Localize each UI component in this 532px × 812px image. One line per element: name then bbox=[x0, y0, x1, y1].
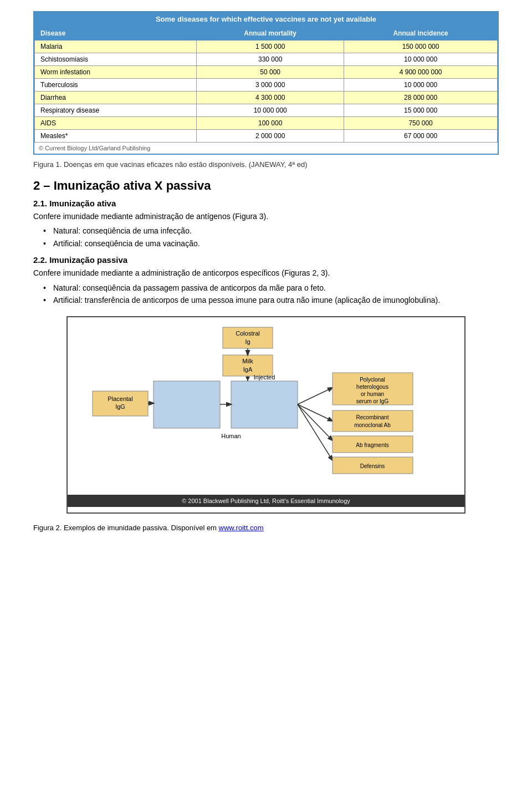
svg-text:IgG: IgG bbox=[115, 403, 125, 410]
table-cell-disease: Malaria bbox=[35, 40, 197, 53]
table-cell-incidence: 150 000 000 bbox=[344, 40, 498, 53]
svg-text:Recombinant: Recombinant bbox=[356, 414, 389, 420]
svg-text:serum or IgG: serum or IgG bbox=[356, 398, 389, 404]
table-container: Some diseases for which effective vaccin… bbox=[33, 11, 499, 155]
table-row: Measles*2 000 00067 000 000 bbox=[35, 130, 498, 143]
figure2-caption-text: Figura 2. Exemplos de imunidade passiva.… bbox=[33, 524, 219, 532]
col-header-mortality: Annual mortality bbox=[197, 27, 344, 40]
svg-rect-8 bbox=[231, 381, 298, 428]
svg-line-19 bbox=[298, 404, 332, 440]
figure2-link[interactable]: www.roitt.com bbox=[219, 524, 264, 532]
table-cell-mortality: 2 000 000 bbox=[197, 130, 344, 143]
figure2-footer: © 2001 Blackwell Publishing Ltd, Roitt's… bbox=[68, 495, 464, 507]
svg-text:Polyclonal: Polyclonal bbox=[360, 377, 385, 383]
table-cell-incidence: 750 000 bbox=[344, 117, 498, 130]
section21-heading: 2.1. Imunização ativa bbox=[33, 199, 499, 208]
table-cell-incidence: 28 000 000 bbox=[344, 92, 498, 104]
figure2-container: Colostral Ig Milk IgA Placental IgG Inje… bbox=[66, 316, 466, 514]
table-cell-mortality: 1 500 000 bbox=[197, 40, 344, 53]
svg-text:Human: Human bbox=[221, 433, 241, 439]
table-cell-incidence: 10 000 000 bbox=[344, 53, 498, 66]
table-cell-disease: Respiratory disease bbox=[35, 104, 197, 117]
table-cell-mortality: 100 000 bbox=[197, 117, 344, 130]
table-cell-disease: Schistosomiasis bbox=[35, 53, 197, 66]
col-header-incidence: Annual incidence bbox=[344, 27, 498, 40]
table-title: Some diseases for which effective vaccin… bbox=[34, 12, 498, 26]
table-row: Worm infestation50 0004 900 000 000 bbox=[35, 66, 498, 79]
table-copyright: © Current Biology Ltd/Garland Publishing bbox=[34, 143, 498, 154]
svg-marker-10 bbox=[245, 377, 250, 381]
table-row: Tuberculosis3 000 00010 000 000 bbox=[35, 79, 498, 92]
table-row: Diarrhea4 300 00028 000 000 bbox=[35, 92, 498, 104]
section21-bullets: Natural: conseqüência de uma infecção. A… bbox=[43, 225, 499, 250]
table-row: Respiratory disease10 000 00015 000 000 bbox=[35, 104, 498, 117]
table-cell-incidence: 4 900 000 000 bbox=[344, 66, 498, 79]
svg-text:Ab fragments: Ab fragments bbox=[356, 442, 388, 448]
svg-text:Colostral: Colostral bbox=[236, 330, 259, 337]
svg-text:or human: or human bbox=[361, 391, 384, 397]
table-row: AIDS100 000750 000 bbox=[35, 117, 498, 130]
table-cell-disease: Diarrhea bbox=[35, 92, 197, 104]
table-cell-mortality: 10 000 000 bbox=[197, 104, 344, 117]
table-cell-disease: Measles* bbox=[35, 130, 197, 143]
table-cell-mortality: 50 000 bbox=[197, 66, 344, 79]
table-cell-disease: Worm infestation bbox=[35, 66, 197, 79]
svg-text:IgA: IgA bbox=[243, 366, 253, 373]
svg-text:Placental: Placental bbox=[108, 395, 132, 402]
table-cell-disease: Tuberculosis bbox=[35, 79, 197, 92]
section2-heading: 2 – Imunização ativa X passiva bbox=[33, 179, 499, 193]
table-row: Malaria1 500 000150 000 000 bbox=[35, 40, 498, 53]
table-cell-disease: AIDS bbox=[35, 117, 197, 130]
bullet-natural-passive: Natural: conseqüência da passagem passiv… bbox=[43, 282, 499, 294]
svg-rect-26 bbox=[332, 410, 413, 432]
table-row: Schistosomiasis330 00010 000 000 bbox=[35, 53, 498, 66]
svg-line-17 bbox=[298, 388, 332, 404]
bullet-artificial-active: Artificial: conseqüência de uma vacinaçã… bbox=[43, 237, 499, 250]
svg-text:Defensins: Defensins bbox=[360, 463, 385, 469]
section22-text: Confere imunidade mediante a administraç… bbox=[33, 267, 499, 279]
table-cell-mortality: 4 300 000 bbox=[197, 92, 344, 104]
section21-text: Confere imunidade mediante administração… bbox=[33, 210, 499, 222]
table-cell-incidence: 15 000 000 bbox=[344, 104, 498, 117]
svg-rect-7 bbox=[154, 381, 220, 428]
table-cell-mortality: 3 000 000 bbox=[197, 79, 344, 92]
figure1-caption: Figura 1. Doenças em que vacinas eficaze… bbox=[33, 160, 499, 169]
svg-text:Injected: Injected bbox=[254, 374, 275, 380]
col-header-disease: Disease bbox=[35, 27, 197, 40]
svg-text:Milk: Milk bbox=[242, 358, 253, 364]
bullet-artificial-passive: Artificial: transferência de anticorpos … bbox=[43, 294, 499, 306]
table-cell-mortality: 330 000 bbox=[197, 53, 344, 66]
svg-text:Ig: Ig bbox=[245, 338, 250, 345]
disease-table: Disease Annual mortality Annual incidenc… bbox=[34, 26, 498, 143]
svg-text:monoclonal Ab: monoclonal Ab bbox=[354, 422, 391, 428]
svg-text:heterologous: heterologous bbox=[356, 384, 388, 390]
figure2-caption: Figura 2. Exemplos de imunidade passiva.… bbox=[33, 524, 499, 532]
bullet-natural-active: Natural: conseqüência de uma infecção. bbox=[43, 225, 499, 237]
section22-heading: 2.2. Imunização passiva bbox=[33, 255, 499, 265]
section22-bullets: Natural: conseqüência da passagem passiv… bbox=[43, 282, 499, 307]
figure2-diagram: Colostral Ig Milk IgA Placental IgG Inje… bbox=[68, 317, 467, 495]
table-cell-incidence: 10 000 000 bbox=[344, 79, 498, 92]
table-cell-incidence: 67 000 000 bbox=[344, 130, 498, 143]
